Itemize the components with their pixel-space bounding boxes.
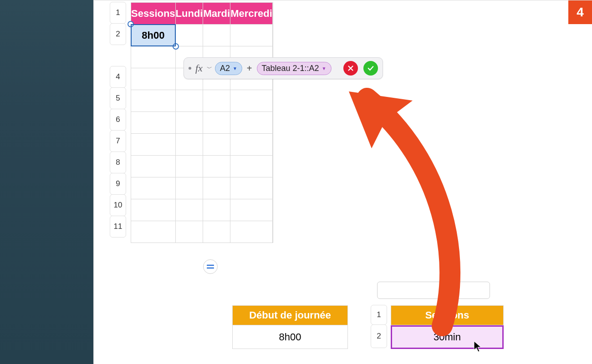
cell[interactable] <box>131 199 176 221</box>
row-header-1[interactable]: 1 <box>371 305 387 325</box>
cell[interactable] <box>131 112 176 134</box>
cell[interactable] <box>203 177 230 199</box>
table-name-input[interactable] <box>377 282 490 299</box>
cell[interactable] <box>131 177 176 199</box>
column-header-mercredi[interactable]: Mercredi <box>230 3 273 25</box>
chip-label: Tableau 2-1::A2 <box>262 64 319 73</box>
mouse-cursor-icon <box>473 341 483 354</box>
app-sidebar-background <box>0 0 93 364</box>
cell[interactable] <box>131 134 176 156</box>
cell[interactable] <box>131 221 176 243</box>
table-row <box>131 177 273 199</box>
spreadsheet-canvas: 4 1 2 3 4 5 6 7 8 9 10 11 Sessions Lundi… <box>93 0 592 364</box>
cell-a2-value: 8h00 <box>142 30 164 41</box>
formula-reference-chip-a2[interactable]: A2 ▼ <box>215 62 242 75</box>
chip-dropdown-icon[interactable]: ▼ <box>322 66 327 71</box>
cell[interactable] <box>131 156 176 177</box>
formula-bullet-icon <box>189 67 191 70</box>
mini-table-2-row-headers: 1 2 <box>371 305 388 348</box>
table-header-row: Sessions Lundi Mardi Mercredi <box>131 3 273 25</box>
table-row <box>131 221 273 243</box>
cell[interactable] <box>203 156 230 177</box>
row-header-7[interactable]: 7 <box>110 130 126 152</box>
cell[interactable] <box>230 221 273 243</box>
table-row <box>131 134 273 156</box>
row-header-6[interactable]: 6 <box>110 109 126 131</box>
cancel-formula-button[interactable] <box>343 61 358 76</box>
accept-formula-button[interactable] <box>363 61 378 76</box>
mini-table-header[interactable]: Début de journée <box>232 305 348 325</box>
mini-table-cell[interactable]: 8h00 <box>232 325 348 349</box>
table-row: 8h00 <box>131 25 273 46</box>
row-header-2[interactable]: 2 <box>110 23 126 45</box>
cell[interactable] <box>203 199 230 221</box>
cell[interactable] <box>203 90 230 112</box>
selection-handle-top-left[interactable] <box>128 21 134 27</box>
row-header-column: 1 2 3 4 5 6 7 8 9 10 11 <box>110 2 126 238</box>
fx-icon[interactable]: fx <box>194 62 204 74</box>
mini-table-header[interactable]: Sessions <box>391 305 504 325</box>
cell[interactable] <box>131 68 176 90</box>
formula-reference-chip-tableau2[interactable]: Tableau 2-1::A2 ▼ <box>257 62 332 75</box>
row-header-4[interactable]: 4 <box>110 66 126 88</box>
mini-table-sessions[interactable]: Sessions 30min <box>391 305 504 349</box>
cell[interactable] <box>272 199 273 221</box>
cell[interactable] <box>131 90 176 112</box>
cell[interactable] <box>175 112 203 134</box>
column-header-mardi[interactable]: Mardi <box>203 3 230 25</box>
table-corner-equals-button[interactable] <box>203 259 218 274</box>
table-row <box>131 90 273 112</box>
cell[interactable] <box>203 134 230 156</box>
row-header-8[interactable]: 8 <box>110 152 126 173</box>
row-header-5[interactable]: 5 <box>110 87 126 109</box>
chip-label: A2 <box>220 64 230 73</box>
cell[interactable] <box>272 156 273 177</box>
selection-handle-bottom-right[interactable] <box>173 43 179 50</box>
check-icon <box>367 64 375 72</box>
row-header-2[interactable]: 2 <box>371 324 387 348</box>
close-icon <box>347 64 355 72</box>
cell[interactable] <box>175 221 203 243</box>
table-row <box>131 156 273 177</box>
mini-table-cell-selected[interactable]: 30min <box>391 325 504 349</box>
row-header-10[interactable]: 10 <box>110 194 126 216</box>
cell[interactable] <box>272 177 273 199</box>
table-row <box>131 199 273 221</box>
chip-dropdown-icon[interactable]: ▼ <box>233 66 237 71</box>
cell[interactable] <box>175 177 203 199</box>
cell-a2-selected[interactable]: 8h00 <box>131 25 176 46</box>
row-header-9[interactable]: 9 <box>110 173 126 195</box>
cell[interactable] <box>175 199 203 221</box>
column-header-extra[interactable] <box>272 3 273 25</box>
cell[interactable] <box>175 156 203 177</box>
cell[interactable] <box>272 90 273 112</box>
cell[interactable] <box>230 177 273 199</box>
cell[interactable] <box>272 221 273 243</box>
cell[interactable] <box>230 90 273 112</box>
cell[interactable] <box>272 134 273 156</box>
cell[interactable] <box>230 199 273 221</box>
cell[interactable] <box>175 25 203 46</box>
column-header-sessions[interactable]: Sessions <box>131 3 176 25</box>
cell[interactable] <box>230 112 273 134</box>
fx-dropdown-icon[interactable]: ﹀ <box>207 65 212 72</box>
column-header-lundi[interactable]: Lundi <box>175 3 203 25</box>
formula-editor-bar[interactable]: fx ﹀ A2 ▼ + Tableau 2-1::A2 ▼ <box>184 57 383 79</box>
cell[interactable] <box>272 25 273 46</box>
table-grid[interactable]: Sessions Lundi Mardi Mercredi 8h00 <box>131 2 273 243</box>
cell[interactable] <box>230 134 273 156</box>
annotation-arrow <box>326 80 481 344</box>
cell[interactable] <box>230 156 273 177</box>
cell[interactable] <box>272 112 273 134</box>
cell[interactable] <box>175 90 203 112</box>
row-header-11[interactable]: 11 <box>110 216 126 238</box>
cell[interactable] <box>230 25 273 46</box>
cell[interactable] <box>203 221 230 243</box>
cell[interactable] <box>175 134 203 156</box>
cell[interactable] <box>131 46 176 68</box>
cell[interactable] <box>203 25 230 46</box>
equals-icon <box>207 264 214 269</box>
mini-table-debut-journee[interactable]: Début de journée 8h00 <box>232 305 348 349</box>
cell[interactable] <box>203 112 230 134</box>
row-header-1[interactable]: 1 <box>110 2 126 24</box>
